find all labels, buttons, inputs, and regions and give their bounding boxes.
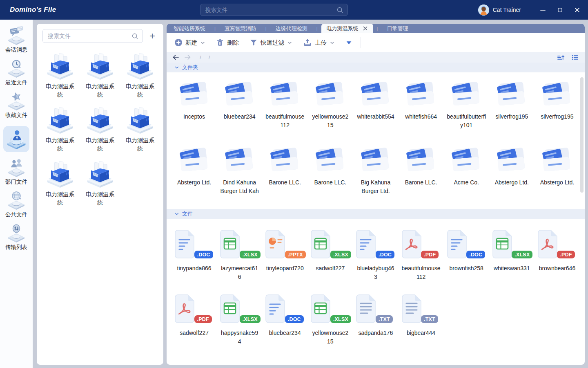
global-search[interactable] xyxy=(200,4,348,16)
panel-folder-item[interactable]: 电力测温系统 xyxy=(80,107,120,153)
folder-item[interactable]: whiterabbit554 xyxy=(353,78,398,141)
panel-search-input[interactable] xyxy=(43,33,131,39)
app-title: Domino's File xyxy=(10,6,56,14)
file-item[interactable]: .XLSX happysnake594 xyxy=(217,293,262,354)
file-item[interactable]: .PDF brownbear646 xyxy=(535,229,580,289)
tab[interactable]: | 智能站房系统 xyxy=(168,24,211,33)
forward-arrow-icon[interactable] xyxy=(184,54,191,60)
file-item[interactable]: .PDF beautifulmouse112 xyxy=(399,229,444,289)
folder-item[interactable]: Big Kahuna Burger Ltd. xyxy=(353,144,398,207)
tab-close-icon[interactable] xyxy=(363,26,368,31)
tab-label: 日常管理 xyxy=(387,25,408,32)
sidebar-item[interactable]: 最近文件 xyxy=(2,59,31,86)
folder-item[interactable]: beautifulmouse112 xyxy=(262,78,307,141)
sidebar-item[interactable]: 传输列表 xyxy=(2,224,31,251)
folder-item[interactable]: Abstergo Ltd. xyxy=(172,144,217,207)
panel-folder-item[interactable]: 电力测温系统 xyxy=(40,161,80,206)
panel-folder-item[interactable]: 电力测温系统 xyxy=(40,107,80,153)
sidebar-item[interactable]: 公共文件 xyxy=(2,191,31,218)
global-search-input[interactable] xyxy=(200,7,336,13)
sidebar-item[interactable] xyxy=(3,126,29,152)
file-type-badge: .PDF xyxy=(557,251,575,258)
tab[interactable]: | 宜宾智慧消防 xyxy=(211,24,262,33)
maximize-button[interactable] xyxy=(554,4,566,16)
folder-item[interactable]: beautifulbutterfly101 xyxy=(444,78,489,141)
new-button[interactable]: 新建 xyxy=(174,38,205,47)
folder-item[interactable]: Abstergo Ltd. xyxy=(535,144,580,207)
panel-folder-item[interactable]: 电力测温系统 xyxy=(40,53,80,99)
folders-section-header[interactable]: 文件夹 xyxy=(167,63,585,72)
breadcrumb-item[interactable] xyxy=(196,54,205,61)
file-item[interactable]: .PPTX tinyleopard720 xyxy=(262,229,307,289)
folder-item[interactable]: silverfrog195 xyxy=(489,78,535,141)
box-folder-icon xyxy=(124,107,156,134)
file-item[interactable]: .XLSX yellowmouse215 xyxy=(307,293,353,354)
folder-item[interactable]: yellowmouse215 xyxy=(307,78,353,141)
avatar[interactable] xyxy=(478,4,489,16)
files-section-header[interactable]: 文件 xyxy=(167,209,585,219)
panel-folder-item[interactable]: 电力测温系统 xyxy=(120,53,160,99)
panel-folder-item[interactable]: 电力测温系统 xyxy=(80,161,120,206)
file-type-badge: .XLSX xyxy=(330,251,351,258)
trash-icon xyxy=(216,38,224,47)
folder-name: silverfrog195 xyxy=(537,112,577,121)
folder-item[interactable]: Inceptos xyxy=(172,78,217,141)
file-item[interactable]: .XLSX lazymeercat616 xyxy=(217,229,262,289)
more-dropdown-icon[interactable] xyxy=(345,39,352,46)
folder-item[interactable]: silverfrog195 xyxy=(535,78,580,141)
upload-button[interactable]: 上传 xyxy=(303,38,335,47)
file-item[interactable]: .TXT sadpanda176 xyxy=(353,293,398,354)
add-folder-button[interactable]: + xyxy=(146,30,158,42)
tab[interactable]: | 日常管理 xyxy=(373,24,414,33)
folder-item[interactable]: bluebear234 xyxy=(217,78,262,141)
sidebar-item[interactable]: 会话消息 xyxy=(2,26,31,54)
file-item[interactable]: .DOC brownfish258 xyxy=(444,229,489,289)
tab-label: 宜宾智慧消防 xyxy=(225,25,256,32)
tab[interactable]: | 边缘代理检测 xyxy=(262,24,313,33)
file-item[interactable]: .DOC bluebear234 xyxy=(262,293,307,354)
folder-item[interactable]: Barone LLC. xyxy=(307,144,353,207)
sidebar-item[interactable]: 部门文件 xyxy=(2,158,31,186)
file-item[interactable]: .XLSX sadwolf227 xyxy=(307,229,353,289)
file-name: blueladybug463 xyxy=(356,264,395,281)
delete-button[interactable]: 删除 xyxy=(216,38,239,47)
panel-folder-item[interactable]: 电力测温系统 xyxy=(120,107,160,153)
file-name: bigbear444 xyxy=(401,329,441,337)
folder-item[interactable]: whitefish664 xyxy=(399,78,444,141)
file-type-icon xyxy=(535,229,561,260)
file-item[interactable]: .DOC blueladybug463 xyxy=(353,229,398,289)
folder-item[interactable]: Acme Co. xyxy=(444,144,489,207)
tab[interactable]: | 电力测温系统 xyxy=(313,24,373,33)
breadcrumb-items xyxy=(196,54,214,61)
breadcrumb-item[interactable] xyxy=(205,54,214,61)
user-name: Cat Trainer xyxy=(493,7,521,13)
file-name: beautifulmouse112 xyxy=(401,264,441,281)
main-panel: | 智能站房系统 | 宜宾智慧消防 | 边缘代理检测 | xyxy=(167,24,585,365)
scrollbar-thumb[interactable] xyxy=(580,77,584,193)
file-item[interactable]: .TXT bigbear444 xyxy=(399,293,444,354)
file-type-icon xyxy=(489,229,515,260)
file-item[interactable]: .XLSX whiteswan331 xyxy=(489,229,535,289)
quick-filter-button[interactable]: 快速过滤 xyxy=(249,38,292,47)
maximize-icon xyxy=(557,7,563,13)
sidebar-item[interactable]: 收藏文件 xyxy=(2,92,31,119)
file-name: sadwolf227 xyxy=(175,329,214,337)
folder-item[interactable]: Dind Kahuna Burger Ltd Kah xyxy=(217,144,262,207)
folder-name: whiterabbit554 xyxy=(356,112,395,121)
minimize-button[interactable] xyxy=(537,4,549,16)
folder-item[interactable]: Barone LLC. xyxy=(262,144,307,207)
back-arrow-icon[interactable] xyxy=(172,54,179,60)
folder-icon xyxy=(493,78,530,109)
file-item[interactable]: .DOC tinypanda866 xyxy=(172,229,217,289)
box-folder-icon xyxy=(44,53,76,80)
chevron-down-icon xyxy=(174,65,179,70)
panel-search[interactable] xyxy=(42,29,143,43)
panel-folder-item[interactable]: 电力测温系统 xyxy=(80,53,120,99)
folder-item[interactable]: Barone LLC. xyxy=(399,144,444,207)
sort-ascending-icon[interactable] xyxy=(557,54,565,61)
file-name: tinypanda866 xyxy=(175,264,214,273)
folder-item[interactable]: Abstergo Ltd. xyxy=(489,144,535,207)
close-button[interactable] xyxy=(571,4,583,16)
file-item[interactable]: .PDF sadwolf227 xyxy=(172,293,217,354)
list-view-icon[interactable] xyxy=(571,54,579,61)
